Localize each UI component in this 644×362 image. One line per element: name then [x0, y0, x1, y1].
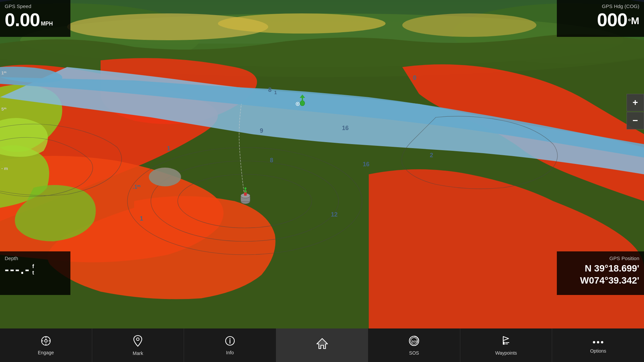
svg-point-6	[218, 13, 386, 34]
toolbar-label-options: Options	[590, 348, 606, 354]
svg-marker-35	[317, 339, 328, 349]
toolbar-label-mark: Mark	[133, 351, 143, 356]
zoom-in-button[interactable]: +	[627, 94, 644, 111]
svg-point-22	[297, 103, 298, 105]
gps-position-label: GPS Position	[562, 255, 639, 261]
depth-label-0: 0	[413, 74, 416, 81]
depth-label-8b-sub: 1	[274, 90, 277, 95]
engage-icon	[41, 336, 51, 348]
toolbar-item-options[interactable]: Options	[552, 328, 644, 362]
depth-label-16a: 16	[342, 125, 349, 132]
gps-lat: N 39°18.699'	[562, 262, 639, 275]
waypoint-marker	[296, 101, 300, 107]
svg-marker-29	[45, 338, 47, 340]
svg-point-44	[503, 343, 505, 345]
svg-marker-40	[503, 337, 509, 341]
gps-heading-value: 000	[597, 10, 627, 29]
toolbar-item-sos[interactable]: SOS SOS	[368, 328, 460, 362]
depth-label-8b: 8	[268, 86, 272, 94]
mark-icon	[132, 335, 143, 349]
toolbar-label-info: Info	[226, 350, 234, 355]
toolbar-item-home[interactable]	[276, 328, 368, 362]
depth-label-9: 9	[260, 127, 263, 134]
toolbar-item-info[interactable]: Info	[184, 328, 276, 362]
depth-label-01m: .1ᵐ	[133, 184, 140, 190]
gps-heading-label: GPS Hdg (COG)	[562, 3, 639, 9]
depth-label-12: 12	[331, 211, 338, 218]
svg-point-30	[136, 338, 139, 341]
gps-heading-unit: °M	[628, 15, 639, 26]
depth-unit-t: t	[32, 269, 34, 276]
svg-point-45	[593, 341, 595, 344]
toolbar: Engage Mark Info	[0, 328, 644, 362]
svg-point-7	[402, 13, 536, 37]
depth-label-1a: 1	[167, 145, 170, 152]
buoy-marker	[299, 95, 305, 107]
svg-marker-20	[300, 95, 305, 98]
depth-scale-dash-m: - m	[1, 166, 8, 171]
svg-text:SOS: SOS	[412, 340, 418, 343]
toolbar-label-sos: SOS	[409, 350, 419, 356]
depth-label-16b: 16	[363, 161, 369, 168]
svg-point-24	[45, 340, 47, 342]
svg-point-47	[601, 341, 603, 344]
options-icon	[592, 337, 604, 346]
depth-unit-f: f	[32, 263, 34, 269]
toolbar-label-waypoints: Waypoints	[495, 350, 517, 356]
gps-heading-panel: GPS Hdg (COG) 000 °M	[557, 0, 644, 37]
depth-label-1b: 1	[140, 215, 143, 222]
toolbar-item-waypoints[interactable]: Waypoints	[460, 328, 552, 362]
depth-panel: Depth ---.- f t	[0, 251, 70, 295]
map-svg	[0, 0, 644, 328]
svg-point-46	[597, 341, 599, 344]
info-icon	[225, 336, 235, 348]
depth-scale-5m: 5ᵐ	[1, 107, 6, 112]
svg-point-17	[244, 187, 246, 189]
home-icon	[316, 338, 328, 351]
gps-speed-label: GPS Speed	[5, 3, 66, 9]
gps-speed-panel: GPS Speed 0.00 MPH	[0, 0, 70, 37]
zoom-controls: + −	[627, 94, 644, 129]
depth-label-8a: 8	[270, 157, 273, 164]
waypoints-icon	[501, 335, 512, 348]
svg-rect-19	[302, 97, 303, 103]
depth-scale-1m: 1ᵐ	[1, 70, 6, 75]
svg-point-11	[149, 168, 181, 186]
gps-position-panel: GPS Position N 39°18.699' W074°39.342'	[557, 251, 644, 295]
gps-speed-value: 0.00	[5, 10, 40, 29]
gps-speed-unit-mph: MPH	[41, 21, 53, 26]
toolbar-label-engage: Engage	[38, 350, 54, 355]
gps-lon: W074°39.342'	[562, 275, 639, 287]
depth-label-title: Depth	[5, 255, 66, 261]
depth-value: ---.-	[5, 262, 30, 277]
svg-point-33	[229, 338, 231, 340]
toolbar-item-engage[interactable]: Engage	[0, 328, 92, 362]
depth-label-2: 2	[430, 152, 433, 159]
toolbar-item-mark[interactable]: Mark	[92, 328, 184, 362]
map-container[interactable]: 9 16 8 16 1 12 1 8 1 .1ᵐ 2 0 1ᵐ 5ᵐ - m	[0, 0, 644, 328]
zoom-out-button[interactable]: −	[627, 112, 644, 129]
sos-icon: SOS	[408, 335, 420, 348]
boat-icon	[238, 187, 253, 206]
